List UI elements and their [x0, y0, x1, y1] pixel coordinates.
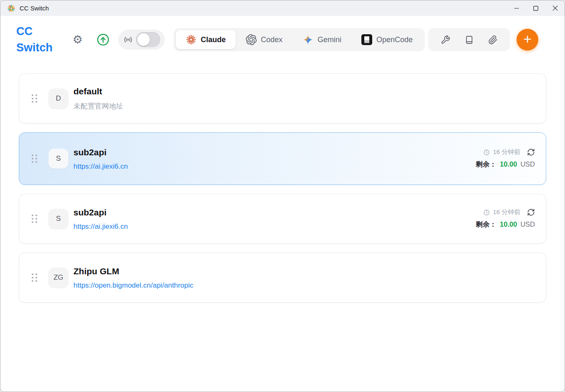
refresh-icon[interactable] — [527, 208, 535, 216]
provider-avatar: D — [48, 89, 68, 109]
provider-meta: 16 分钟前 剩余： 10.00 USD — [476, 208, 535, 229]
close-icon — [552, 5, 558, 11]
updated-time: 16 分钟前 — [493, 148, 520, 156]
tray-mode-group — [118, 30, 165, 50]
clock-icon — [483, 149, 490, 156]
settings-button[interactable]: ⚙ — [71, 33, 84, 47]
balance-currency: USD — [520, 220, 535, 228]
refresh-icon[interactable] — [527, 148, 535, 156]
tab-claude[interactable]: Claude — [176, 30, 236, 49]
gemini-icon — [303, 34, 313, 45]
tab-opencode[interactable]: OpenCode — [351, 30, 423, 49]
provider-subtitle: 未配置官网地址 — [73, 101, 123, 111]
drag-handle[interactable] — [32, 154, 37, 163]
provider-avatar: ZG — [48, 268, 68, 288]
notebook-icon — [464, 35, 474, 45]
gear-icon: ⚙ — [73, 34, 83, 46]
attachment-button[interactable] — [488, 35, 498, 45]
provider-avatar: S — [48, 149, 68, 169]
drag-handle[interactable] — [32, 215, 37, 223]
tab-codex[interactable]: Codex — [236, 30, 293, 49]
balance-value: 10.00 — [500, 220, 517, 228]
toolbar-group — [428, 28, 510, 51]
balance-label: 剩余： — [476, 160, 497, 169]
maximize-button[interactable] — [526, 0, 545, 16]
provider-meta: 16 分钟前 剩余： 10.00 USD — [476, 148, 535, 169]
provider-type-tabs: Claude Codex Gemini — [174, 28, 425, 51]
provider-card-zhipu-glm[interactable]: ZG Zhipu GLM https://open.bigmodel.cn/ap… — [19, 253, 546, 303]
provider-avatar: S — [48, 209, 68, 229]
app-window: CC Switch CC Switch ⚙ — [0, 0, 565, 392]
header: CC Switch ⚙ — [0, 16, 565, 56]
codex-openai-icon — [246, 34, 257, 45]
balance-label: 剩余： — [476, 220, 497, 229]
provider-url-link[interactable]: https://open.bigmodel.cn/api/anthropic — [73, 281, 193, 290]
tab-label: Claude — [201, 35, 226, 44]
mcp-tools-button[interactable] — [440, 35, 450, 45]
provider-url-link[interactable]: https://ai.jiexi6.cn — [73, 223, 128, 231]
claude-icon — [186, 34, 197, 45]
maximize-icon — [533, 6, 538, 11]
toggle-knob — [137, 33, 150, 46]
update-button[interactable] — [96, 33, 110, 46]
app-title: CC Switch — [16, 23, 61, 56]
broadcast-icon — [123, 35, 133, 45]
provider-name: sub2api — [73, 207, 128, 217]
provider-list: D default 未配置官网地址 S sub2api https://ai.j… — [19, 73, 546, 303]
updated-time: 16 分钟前 — [493, 208, 520, 216]
opencode-icon — [361, 34, 372, 45]
plus-icon: + — [523, 31, 532, 47]
drag-handle[interactable] — [32, 94, 37, 103]
provider-url-link[interactable]: https://ai.jiexi6.cn — [73, 162, 128, 171]
arrow-up-circle-icon — [96, 33, 110, 46]
add-provider-button[interactable]: + — [517, 29, 538, 51]
minimize-icon — [514, 6, 519, 11]
titlebar: CC Switch — [0, 0, 565, 16]
minimize-button[interactable] — [507, 0, 526, 16]
paperclip-icon — [488, 35, 498, 45]
provider-name: default — [73, 86, 123, 96]
close-button[interactable] — [545, 0, 565, 16]
tab-label: OpenCode — [376, 35, 413, 44]
provider-card-default[interactable]: D default 未配置官网地址 — [19, 73, 546, 124]
clock-icon — [483, 209, 490, 216]
tray-toggle-switch[interactable] — [136, 32, 160, 47]
wrench-icon — [441, 35, 450, 45]
provider-card-sub2api[interactable]: S sub2api https://ai.jiexi6.cn 16 分钟前 — [19, 194, 546, 244]
balance-currency: USD — [520, 160, 535, 168]
notebook-button[interactable] — [464, 35, 474, 45]
provider-name: sub2api — [73, 147, 128, 157]
provider-name: Zhipu GLM — [73, 266, 193, 276]
app-logo-icon — [7, 4, 15, 13]
drag-handle[interactable] — [32, 273, 37, 282]
tab-label: Codex — [261, 35, 282, 44]
tab-label: Gemini — [318, 35, 341, 44]
balance-value: 10.00 — [500, 160, 517, 168]
tab-gemini[interactable]: Gemini — [293, 30, 351, 49]
provider-card-sub2api-selected[interactable]: S sub2api https://ai.jiexi6.cn 16 分钟前 — [19, 132, 546, 185]
window-title: CC Switch — [20, 5, 49, 12]
